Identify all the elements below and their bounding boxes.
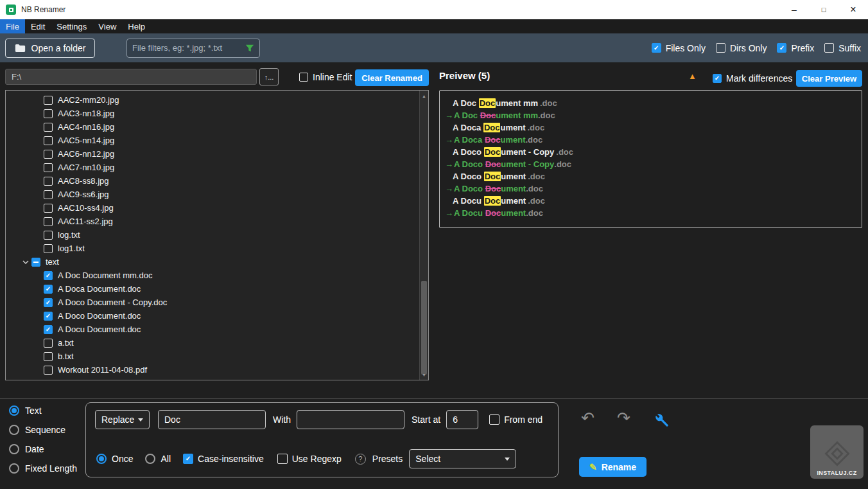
checkbox-icon[interactable]	[299, 73, 308, 82]
radio-icon[interactable]	[9, 425, 19, 435]
checkbox-icon[interactable]	[44, 325, 53, 334]
tree-row[interactable]: log1.txt	[6, 242, 419, 255]
tree-row[interactable]: A Docu Document.doc	[6, 323, 419, 336]
checkbox-icon[interactable]	[489, 414, 499, 425]
checkbox-icon[interactable]	[44, 298, 53, 307]
checkbox-icon[interactable]	[31, 258, 40, 267]
checkbox-icon[interactable]	[44, 352, 53, 361]
radio-icon[interactable]	[9, 444, 19, 454]
mark-differences-checkbox[interactable]: Mark differences	[713, 73, 792, 84]
rename-button[interactable]: ✎ Rename	[579, 457, 647, 477]
action-select[interactable]: Replace	[95, 410, 150, 429]
mode-radio-sequence[interactable]: Sequence	[9, 420, 77, 440]
tree-row[interactable]: text	[6, 255, 419, 269]
checkbox-icon[interactable]	[44, 271, 53, 280]
checkbox-icon[interactable]	[824, 43, 834, 53]
tree-row[interactable]: A Doco Document - Copy.doc	[6, 296, 419, 309]
checkbox-icon[interactable]	[44, 217, 53, 226]
checkbox-icon[interactable]	[777, 43, 786, 53]
close-button[interactable]: ×	[838, 0, 868, 19]
clear-preview-button[interactable]: Clear Preview	[796, 70, 862, 87]
tree-row[interactable]: A Doc Document mm.doc	[6, 269, 419, 282]
tree-row[interactable]: AAC4-nn16.jpg	[6, 120, 419, 134]
checkbox-icon[interactable]	[44, 244, 53, 253]
menu-item-settings[interactable]: Settings	[51, 19, 92, 33]
tree-row[interactable]: AAC7-nn10.jpg	[6, 161, 419, 174]
minimize-button[interactable]: –	[779, 0, 809, 19]
checkbox-icon[interactable]	[44, 312, 53, 321]
file-filter-input[interactable]	[132, 43, 241, 53]
radio-icon[interactable]	[96, 454, 107, 464]
menu-item-file[interactable]: File	[0, 19, 25, 33]
checkbox-icon[interactable]	[44, 150, 53, 159]
checkbox-icon[interactable]	[44, 339, 53, 348]
tree-row[interactable]: b.txt	[6, 350, 419, 363]
use-regexp-checkbox[interactable]: Use Regexp	[277, 454, 342, 464]
help-icon[interactable]: ?	[355, 454, 366, 465]
checkbox-icon[interactable]	[44, 177, 53, 186]
scroll-up-icon[interactable]	[420, 91, 428, 100]
checkbox-icon[interactable]	[44, 96, 53, 105]
find-input[interactable]	[158, 410, 266, 429]
mode-radio-text[interactable]: Text	[9, 401, 77, 420]
checkbox-icon[interactable]	[44, 163, 53, 172]
case-insensitive-checkbox[interactable]: Case-insensitive	[183, 454, 264, 464]
tree-row[interactable]: AAC6-nn12.jpg	[6, 147, 419, 161]
scroll-down-icon[interactable]	[420, 370, 428, 379]
chevron-down-icon[interactable]	[22, 259, 29, 265]
tree-row[interactable]: Workout 2011-04-08.pdf	[6, 363, 419, 377]
collapse-preview-icon[interactable]: ▲	[688, 71, 697, 81]
up-directory-button[interactable]: ↑...	[259, 68, 279, 85]
checkbox-icon[interactable]	[44, 190, 53, 199]
tree-row[interactable]: AAC2-mm20.jpg	[6, 93, 419, 107]
tree-row[interactable]: AAC9-ss6.jpg	[6, 188, 419, 201]
tools-icon[interactable]	[653, 412, 670, 429]
tree-row[interactable]: A Doco Document.doc	[6, 309, 419, 323]
radio-icon[interactable]	[145, 454, 155, 464]
tree-row[interactable]: a.txt	[6, 336, 419, 350]
checkbox-icon[interactable]	[44, 204, 53, 213]
start-at-input[interactable]	[446, 410, 478, 429]
undo-icon[interactable]: ↶	[581, 409, 595, 427]
toolbar-option-prefix[interactable]: Prefix	[777, 43, 814, 53]
tree-row[interactable]: AAC3-nn18.jpg	[6, 107, 419, 120]
mode-radio-date[interactable]: Date	[9, 440, 77, 459]
checkbox-icon[interactable]	[183, 454, 193, 464]
checkbox-icon[interactable]	[713, 74, 722, 83]
tree-row[interactable]: AAC10-ss4.jpg	[6, 201, 419, 215]
tree-row[interactable]: AAC5-nn14.jpg	[6, 134, 419, 147]
inline-edit-checkbox[interactable]: Inline Edit	[299, 72, 352, 82]
checkbox-icon[interactable]	[44, 285, 53, 294]
checkbox-icon[interactable]	[44, 231, 53, 240]
checkbox-icon[interactable]	[44, 123, 53, 132]
menu-item-help[interactable]: Help	[122, 19, 151, 33]
checkbox-icon[interactable]	[652, 43, 661, 53]
checkbox-icon[interactable]	[716, 43, 725, 53]
presets-select[interactable]: Select	[409, 449, 516, 468]
path-input[interactable]	[5, 69, 257, 85]
maximize-button[interactable]: □	[809, 0, 838, 19]
mode-radio-fixed-length[interactable]: Fixed Length	[9, 459, 77, 478]
checkbox-icon[interactable]	[277, 454, 288, 464]
menu-item-edit[interactable]: Edit	[25, 19, 51, 33]
checkbox-icon[interactable]	[44, 109, 53, 118]
tree-row[interactable]: A Doca Document.doc	[6, 282, 419, 296]
with-input[interactable]	[297, 410, 404, 429]
from-end-checkbox[interactable]: From end	[489, 414, 542, 425]
scrollbar-thumb[interactable]	[421, 281, 427, 375]
menu-item-view[interactable]: View	[92, 19, 122, 33]
redo-icon[interactable]: ↷	[617, 409, 630, 427]
checkbox-icon[interactable]	[44, 136, 53, 145]
scrollbar[interactable]	[419, 91, 428, 380]
tree-row[interactable]: AAC8-ss8.jpg	[6, 174, 419, 188]
occurrence-radio-all[interactable]: All	[145, 454, 171, 464]
toolbar-option-dirs-only[interactable]: Dirs Only	[716, 43, 767, 53]
checkbox-icon[interactable]	[44, 366, 53, 375]
toolbar-option-files-only[interactable]: Files Only	[652, 43, 706, 53]
open-folder-button[interactable]: Open a folder	[5, 39, 95, 58]
radio-icon[interactable]	[9, 405, 19, 416]
tree-row[interactable]: AAC11-ss2.jpg	[6, 215, 419, 228]
tree-row[interactable]: log.txt	[6, 228, 419, 242]
file-filter-field[interactable]	[126, 39, 260, 58]
toolbar-option-suffix[interactable]: Suffix	[824, 43, 861, 53]
